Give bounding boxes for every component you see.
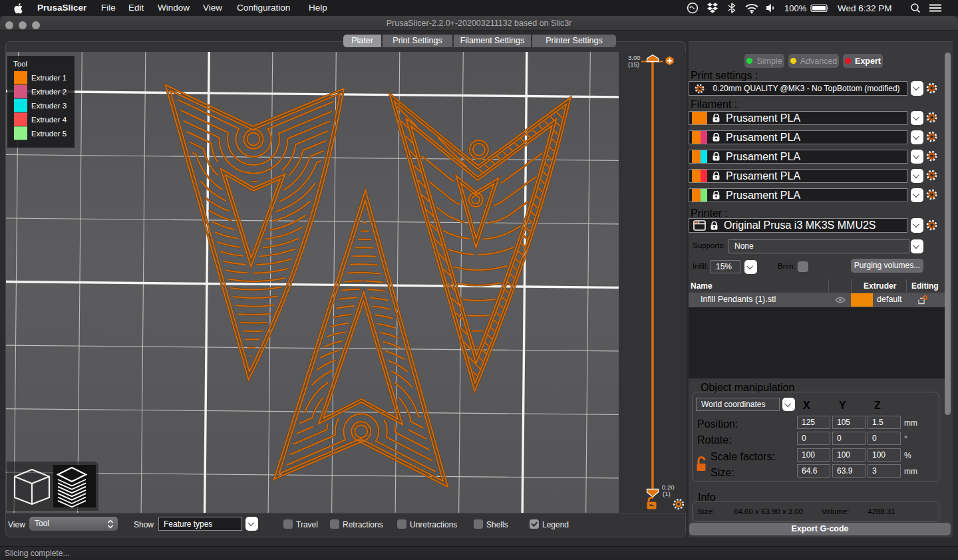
svg-text:Extruder 4: Extruder 4 — [31, 116, 67, 124]
svg-text:Extruder 2: Extruder 2 — [31, 88, 67, 96]
svg-text:Extruder 1: Extruder 1 — [31, 74, 67, 82]
svg-text:100%: 100% — [784, 3, 807, 13]
svg-text:(1): (1) — [663, 490, 671, 497]
svg-text:Extruder 3: Extruder 3 — [31, 102, 67, 110]
svg-text:Wed 6:32 PM: Wed 6:32 PM — [838, 3, 892, 13]
svg-text:Extruder 5: Extruder 5 — [31, 130, 67, 138]
svg-text:Tool: Tool — [13, 60, 27, 68]
svg-text:(15): (15) — [628, 61, 639, 68]
